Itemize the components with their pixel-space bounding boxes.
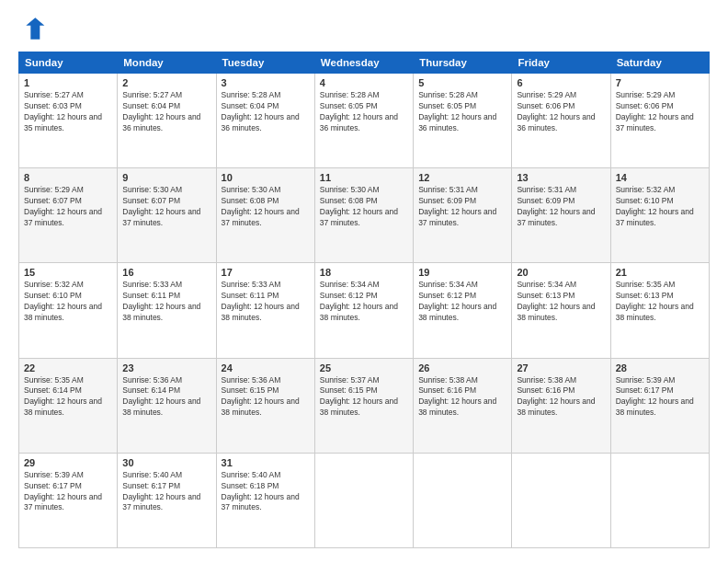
day-cell: 8Sunrise: 5:29 AMSunset: 6:07 PMDaylight… (19, 168, 118, 263)
week-row-0: 1Sunrise: 5:27 AMSunset: 6:03 PMDaylight… (19, 74, 710, 168)
day-number: 2 (122, 77, 210, 88)
day-info: Sunrise: 5:36 AMSunset: 6:15 PMDaylight:… (222, 375, 310, 419)
day-number: 10 (222, 172, 310, 183)
day-cell: 25Sunrise: 5:37 AMSunset: 6:15 PMDayligh… (314, 358, 413, 453)
day-info: Sunrise: 5:33 AMSunset: 6:11 PMDaylight:… (122, 280, 210, 324)
day-number: 3 (222, 77, 310, 88)
day-cell: 14Sunrise: 5:32 AMSunset: 6:10 PMDayligh… (610, 168, 709, 263)
day-info: Sunrise: 5:31 AMSunset: 6:09 PMDaylight:… (418, 185, 506, 229)
day-info: Sunrise: 5:34 AMSunset: 6:12 PMDaylight:… (418, 280, 506, 324)
day-cell: 1Sunrise: 5:27 AMSunset: 6:03 PMDaylight… (19, 74, 118, 168)
day-info: Sunrise: 5:35 AMSunset: 6:13 PMDaylight:… (616, 280, 704, 324)
day-number: 18 (320, 267, 408, 278)
day-number: 7 (616, 77, 704, 88)
day-cell: 12Sunrise: 5:31 AMSunset: 6:09 PMDayligh… (414, 168, 512, 263)
day-info: Sunrise: 5:40 AMSunset: 6:17 PMDaylight:… (122, 470, 210, 514)
day-info: Sunrise: 5:35 AMSunset: 6:14 PMDaylight:… (24, 375, 112, 419)
day-number: 5 (418, 77, 506, 88)
day-info: Sunrise: 5:29 AMSunset: 6:07 PMDaylight:… (24, 185, 112, 229)
day-info: Sunrise: 5:39 AMSunset: 6:17 PMDaylight:… (24, 470, 112, 514)
day-info: Sunrise: 5:34 AMSunset: 6:13 PMDaylight:… (517, 280, 605, 324)
day-number: 16 (122, 267, 210, 278)
week-row-3: 22Sunrise: 5:35 AMSunset: 6:14 PMDayligh… (19, 358, 710, 453)
day-info: Sunrise: 5:32 AMSunset: 6:10 PMDaylight:… (24, 280, 112, 324)
header-tuesday: Tuesday (216, 52, 314, 74)
day-cell: 24Sunrise: 5:36 AMSunset: 6:15 PMDayligh… (216, 358, 314, 453)
day-info: Sunrise: 5:28 AMSunset: 6:05 PMDaylight:… (418, 90, 506, 134)
page: SundayMondayTuesdayWednesdayThursdayFrid… (0, 0, 728, 563)
day-cell: 7Sunrise: 5:29 AMSunset: 6:06 PMDaylight… (610, 74, 709, 168)
day-info: Sunrise: 5:32 AMSunset: 6:10 PMDaylight:… (616, 185, 704, 229)
day-cell: 26Sunrise: 5:38 AMSunset: 6:16 PMDayligh… (414, 358, 512, 453)
day-number: 25 (320, 362, 408, 373)
day-number: 15 (24, 267, 112, 278)
day-number: 13 (517, 172, 605, 183)
day-info: Sunrise: 5:34 AMSunset: 6:12 PMDaylight:… (320, 280, 408, 324)
day-info: Sunrise: 5:27 AMSunset: 6:04 PMDaylight:… (122, 90, 210, 134)
day-cell: 21Sunrise: 5:35 AMSunset: 6:13 PMDayligh… (610, 263, 709, 358)
day-number: 11 (320, 172, 408, 183)
day-number: 31 (222, 457, 310, 468)
week-row-2: 15Sunrise: 5:32 AMSunset: 6:10 PMDayligh… (19, 263, 710, 358)
header-wednesday: Wednesday (314, 52, 413, 74)
day-number: 14 (616, 172, 704, 183)
day-number: 26 (418, 362, 506, 373)
header-thursday: Thursday (414, 52, 512, 74)
day-info: Sunrise: 5:31 AMSunset: 6:09 PMDaylight:… (517, 185, 605, 229)
day-cell: 27Sunrise: 5:38 AMSunset: 6:16 PMDayligh… (512, 358, 610, 453)
day-info: Sunrise: 5:30 AMSunset: 6:07 PMDaylight:… (122, 185, 210, 229)
day-info: Sunrise: 5:27 AMSunset: 6:03 PMDaylight:… (24, 90, 112, 134)
day-number: 23 (122, 362, 210, 373)
day-info: Sunrise: 5:29 AMSunset: 6:06 PMDaylight:… (616, 90, 704, 134)
day-cell (512, 453, 610, 547)
day-info: Sunrise: 5:29 AMSunset: 6:06 PMDaylight:… (517, 90, 605, 134)
day-number: 9 (122, 172, 210, 183)
logo-icon (18, 15, 46, 42)
day-cell: 30Sunrise: 5:40 AMSunset: 6:17 PMDayligh… (118, 453, 216, 547)
day-cell: 19Sunrise: 5:34 AMSunset: 6:12 PMDayligh… (414, 263, 512, 358)
day-number: 27 (517, 362, 605, 373)
day-number: 8 (24, 172, 112, 183)
day-info: Sunrise: 5:37 AMSunset: 6:15 PMDaylight:… (320, 375, 408, 419)
day-cell: 16Sunrise: 5:33 AMSunset: 6:11 PMDayligh… (118, 263, 216, 358)
day-number: 24 (222, 362, 310, 373)
day-cell (414, 453, 512, 547)
day-info: Sunrise: 5:38 AMSunset: 6:16 PMDaylight:… (517, 375, 605, 419)
day-number: 17 (222, 267, 310, 278)
day-info: Sunrise: 5:38 AMSunset: 6:16 PMDaylight:… (418, 375, 506, 419)
day-info: Sunrise: 5:30 AMSunset: 6:08 PMDaylight:… (222, 185, 310, 229)
header (18, 15, 710, 42)
day-cell: 11Sunrise: 5:30 AMSunset: 6:08 PMDayligh… (314, 168, 413, 263)
day-number: 12 (418, 172, 506, 183)
day-cell: 10Sunrise: 5:30 AMSunset: 6:08 PMDayligh… (216, 168, 314, 263)
day-number: 30 (122, 457, 210, 468)
day-cell: 2Sunrise: 5:27 AMSunset: 6:04 PMDaylight… (118, 74, 216, 168)
header-saturday: Saturday (610, 52, 709, 74)
day-info: Sunrise: 5:30 AMSunset: 6:08 PMDaylight:… (320, 185, 408, 229)
day-info: Sunrise: 5:39 AMSunset: 6:17 PMDaylight:… (616, 375, 704, 419)
header-friday: Friday (512, 52, 610, 74)
day-info: Sunrise: 5:33 AMSunset: 6:11 PMDaylight:… (222, 280, 310, 324)
day-cell: 17Sunrise: 5:33 AMSunset: 6:11 PMDayligh… (216, 263, 314, 358)
day-cell: 22Sunrise: 5:35 AMSunset: 6:14 PMDayligh… (19, 358, 118, 453)
day-cell: 9Sunrise: 5:30 AMSunset: 6:07 PMDaylight… (118, 168, 216, 263)
day-cell: 23Sunrise: 5:36 AMSunset: 6:14 PMDayligh… (118, 358, 216, 453)
day-number: 22 (24, 362, 112, 373)
day-cell: 4Sunrise: 5:28 AMSunset: 6:05 PMDaylight… (314, 74, 413, 168)
day-info: Sunrise: 5:40 AMSunset: 6:18 PMDaylight:… (222, 470, 310, 514)
day-cell: 20Sunrise: 5:34 AMSunset: 6:13 PMDayligh… (512, 263, 610, 358)
day-cell: 15Sunrise: 5:32 AMSunset: 6:10 PMDayligh… (19, 263, 118, 358)
day-cell: 6Sunrise: 5:29 AMSunset: 6:06 PMDaylight… (512, 74, 610, 168)
header-monday: Monday (118, 52, 216, 74)
day-cell: 18Sunrise: 5:34 AMSunset: 6:12 PMDayligh… (314, 263, 413, 358)
day-cell (610, 453, 709, 547)
svg-marker-0 (26, 17, 44, 39)
header-row: SundayMondayTuesdayWednesdayThursdayFrid… (19, 52, 710, 74)
day-info: Sunrise: 5:36 AMSunset: 6:14 PMDaylight:… (122, 375, 210, 419)
day-number: 1 (24, 77, 112, 88)
day-cell: 13Sunrise: 5:31 AMSunset: 6:09 PMDayligh… (512, 168, 610, 263)
logo (18, 15, 50, 42)
day-cell (314, 453, 413, 547)
day-info: Sunrise: 5:28 AMSunset: 6:05 PMDaylight:… (320, 90, 408, 134)
day-cell: 31Sunrise: 5:40 AMSunset: 6:18 PMDayligh… (216, 453, 314, 547)
